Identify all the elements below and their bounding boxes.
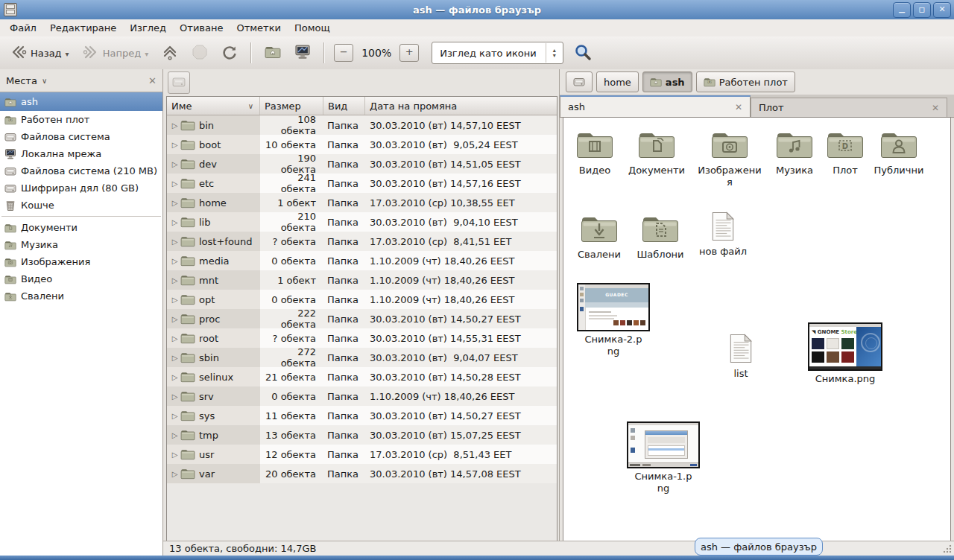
expander-icon[interactable] — [169, 276, 180, 284]
table-row-usr[interactable]: usr12 обектаПапка17.03.2010 (ср) 8,51,43… — [167, 445, 557, 464]
expander-icon[interactable] — [169, 296, 180, 304]
menu-item-4[interactable]: Отметки — [230, 21, 287, 35]
back-button[interactable]: Назад — [4, 40, 75, 66]
icon-item-Видео[interactable]: Видео — [565, 129, 625, 176]
tab-Плот[interactable]: Плот — [751, 98, 947, 117]
table-row-dev[interactable]: dev190 обектаПапка30.03.2010 (вт) 14,51,… — [167, 154, 557, 174]
table-row-boot[interactable]: boot10 обектаПапка30.03.2010 (вт) 9,05,2… — [167, 135, 557, 154]
table-row-var[interactable]: var20 обектаПапка30.03.2010 (вт) 14,57,0… — [167, 464, 557, 483]
minimize-button[interactable] — [893, 2, 911, 18]
icon-item-нов файл[interactable]: нов файл — [693, 211, 753, 258]
table-row-opt[interactable]: opt0 обектаПапка1.10.2009 (чт) 18,40,26 … — [167, 290, 557, 309]
sidebar-item-Документи[interactable]: Документи — [0, 219, 162, 236]
sidebar-item-Видео[interactable]: Видео — [0, 270, 162, 287]
expander-icon[interactable] — [169, 238, 180, 246]
menu-item-0[interactable]: Файл — [3, 21, 43, 35]
icon-item-Плот[interactable]: D Плот — [819, 129, 871, 176]
expander-icon[interactable] — [169, 354, 180, 362]
tab-close-icon[interactable] — [735, 102, 742, 112]
table-row-proc[interactable]: proc222 обектаПапка30.03.2010 (вт) 14,50… — [167, 309, 557, 328]
zoom-in-button[interactable]: + — [399, 44, 419, 62]
search-button[interactable] — [574, 43, 592, 63]
expander-icon[interactable] — [169, 431, 180, 439]
expander-icon[interactable] — [169, 315, 180, 323]
view-mode-spinner-icon[interactable]: ▴▾ — [546, 48, 563, 58]
expander-icon[interactable] — [169, 218, 180, 226]
menu-item-2[interactable]: Изглед — [123, 21, 173, 35]
expander-icon[interactable] — [169, 257, 180, 265]
table-row-root[interactable]: root? обектаПапка30.03.2010 (вт) 14,55,3… — [167, 328, 557, 348]
view-mode-select[interactable]: Изглед като икони ▴▾ — [432, 42, 563, 64]
home-button[interactable] — [259, 41, 287, 65]
table-row-bin[interactable]: bin108 обектаПапка30.03.2010 (вт) 14,57,… — [167, 115, 557, 135]
icon-item-Снимка-1.png[interactable]: Снимка-1.png — [634, 421, 692, 494]
icon-view[interactable]: Видео Документи Изображения Музика D Пло… — [563, 117, 951, 541]
up-button[interactable] — [156, 40, 184, 66]
tab-close-icon[interactable] — [932, 103, 939, 113]
menu-item-3[interactable]: Отиване — [173, 21, 230, 35]
expander-icon[interactable] — [169, 373, 180, 381]
expander-icon[interactable] — [169, 179, 180, 188]
maximize-button[interactable] — [913, 2, 931, 18]
resize-grip[interactable] — [943, 544, 952, 553]
sidebar-item-Кошче[interactable]: Кошче — [0, 197, 162, 214]
table-row-srv[interactable]: srv0 обектаПапка1.10.2009 (чт) 18,40,26 … — [167, 386, 557, 406]
sidebar-close-icon[interactable] — [148, 75, 157, 86]
sidebar-item-Работен плот[interactable]: D Работен плот — [0, 111, 162, 128]
table-row-mnt[interactable]: mnt1 обектПапка1.10.2009 (чт) 18,40,26 E… — [167, 270, 557, 290]
icon-item-Снимка-2.png[interactable]: GUADEC Снимка-2.png — [584, 283, 642, 357]
icon-item-Снимка.png[interactable]: ◥ GNOME Store Снимка.png — [804, 322, 886, 385]
table-row-sys[interactable]: sys11 обектаПапка30.03.2010 (вт) 14,50,2… — [167, 406, 557, 425]
table-row-sbin[interactable]: sbin272 обектаПапка30.03.2010 (вт) 9,04,… — [167, 348, 557, 367]
expander-icon[interactable] — [169, 451, 180, 459]
column-header-Вид[interactable]: Вид — [323, 97, 365, 115]
expander-icon[interactable] — [169, 121, 180, 130]
breadcrumb-button-home[interactable]: home — [596, 71, 639, 92]
icon-item-list[interactable]: list — [715, 334, 767, 380]
reload-button[interactable] — [215, 40, 244, 66]
table-row-lib[interactable]: lib210 обектаПапка30.03.2010 (вт) 9,04,1… — [167, 212, 557, 232]
icon-item-Изображения[interactable]: Изображения — [695, 129, 764, 188]
sidebar-item-Свалени[interactable]: Свалени — [0, 287, 162, 305]
zoom-out-button[interactable]: − — [334, 44, 353, 62]
expander-icon[interactable] — [169, 392, 180, 401]
sidebar-item-Музика[interactable]: Музика — [0, 236, 162, 253]
icon-item-Музика[interactable]: Музика — [765, 129, 824, 176]
sidebar-item-Локална мрежа[interactable]: Локална мрежа — [0, 145, 162, 162]
table-row-lost+found[interactable]: lost+found? обектаПапка17.03.2010 (ср) 8… — [167, 232, 557, 251]
expander-icon[interactable] — [169, 412, 180, 420]
column-header-Размер[interactable]: Размер — [260, 97, 323, 115]
titlebar[interactable]: ash — файлов браузър — [0, 0, 954, 20]
close-button[interactable] — [933, 2, 951, 18]
tree-root-button[interactable] — [168, 71, 190, 94]
menu-item-1[interactable]: Редактиране — [43, 21, 123, 35]
places-selector[interactable]: Места — [6, 75, 47, 86]
table-row-selinux[interactable]: selinux21 обектаПапка30.03.2010 (вт) 14,… — [167, 367, 557, 386]
tab-ash[interactable]: ash — [560, 95, 751, 117]
breadcrumb-button-drive[interactable] — [566, 71, 593, 92]
column-header-Име[interactable]: Име — [167, 97, 260, 115]
expander-icon[interactable] — [169, 199, 180, 207]
column-header-Дата на промяна[interactable]: Дата на промяна — [365, 97, 557, 115]
expander-icon[interactable] — [169, 334, 180, 343]
sidebar-item-Шифриран дял (80 GB)[interactable]: Шифриран дял (80 GB) — [0, 179, 162, 197]
sidebar-item-Файлова система[interactable]: Файлова система — [0, 128, 162, 145]
expander-icon[interactable] — [169, 141, 180, 149]
sidebar-item-Изображения[interactable]: Изображения — [0, 253, 162, 270]
icon-item-Публични[interactable]: Публични — [865, 129, 932, 176]
icon-item-Шаблони[interactable]: Шаблони — [631, 213, 690, 261]
table-row-media[interactable]: media0 обектаПапка1.10.2009 (чт) 18,40,2… — [167, 251, 557, 270]
sidebar-item-ash[interactable]: ash — [0, 92, 162, 111]
icon-item-Документи[interactable]: Документи — [622, 129, 691, 176]
table-row-tmp[interactable]: tmp13 обектаПапка30.03.2010 (вт) 15,07,2… — [167, 425, 557, 445]
forward-dropdown-icon[interactable] — [145, 48, 148, 59]
table-row-home[interactable]: home1 обектПапка17.03.2010 (ср) 10,38,55… — [167, 193, 557, 212]
icon-item-Свалени[interactable]: Свалени — [569, 213, 629, 261]
stop-button[interactable] — [186, 40, 214, 66]
breadcrumb-button-ash[interactable]: ash — [642, 71, 692, 92]
expander-icon[interactable] — [169, 160, 180, 168]
menu-item-5[interactable]: Помощ — [288, 21, 337, 35]
back-dropdown-icon[interactable] — [66, 48, 69, 59]
table-row-etc[interactable]: etc241 обектаПапка30.03.2010 (вт) 14,57,… — [167, 174, 557, 193]
taskbar-window-label[interactable]: ash — файлов браузър — [695, 538, 823, 556]
